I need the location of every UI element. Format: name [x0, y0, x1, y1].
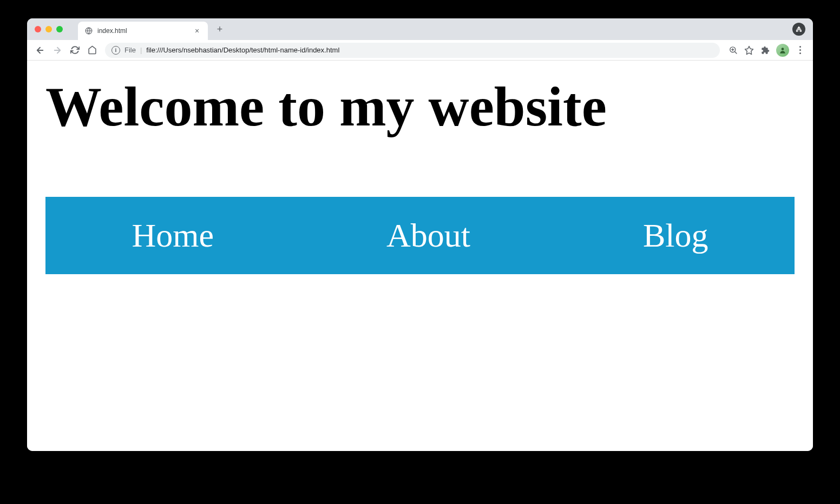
maximize-window-button[interactable] — [56, 26, 63, 32]
new-tab-button[interactable]: + — [212, 22, 227, 37]
profile-avatar[interactable] — [776, 44, 789, 57]
globe-icon — [84, 26, 93, 35]
nav-link-blog[interactable]: Blog — [643, 216, 708, 255]
menu-button[interactable] — [792, 43, 808, 58]
svg-point-2 — [782, 48, 784, 50]
tab-title: index.html — [97, 27, 188, 35]
incognito-icon[interactable] — [792, 23, 805, 36]
zoom-icon[interactable] — [725, 43, 740, 58]
page-content: Welcome to my website Home About Blog — [27, 61, 813, 451]
window-controls — [35, 26, 63, 32]
close-tab-button[interactable]: × — [193, 26, 201, 35]
address-path: file:///Users/nsebhastian/Desktop/test/h… — [146, 46, 339, 54]
nav-link-about[interactable]: About — [386, 216, 470, 255]
browser-tab[interactable]: index.html × — [78, 22, 208, 40]
address-scheme: File — [124, 46, 136, 54]
reload-button[interactable] — [67, 43, 82, 58]
bookmark-star-icon[interactable] — [741, 43, 757, 58]
home-button[interactable] — [84, 43, 100, 58]
info-icon[interactable]: i — [111, 46, 120, 55]
forward-button[interactable] — [50, 43, 65, 58]
extensions-icon[interactable] — [758, 43, 773, 58]
address-divider: | — [140, 46, 142, 54]
browser-toolbar: i File | file:///Users/nsebhastian/Deskt… — [27, 40, 813, 61]
address-bar[interactable]: i File | file:///Users/nsebhastian/Deskt… — [105, 43, 720, 58]
back-button[interactable] — [32, 43, 48, 58]
nav-bar: Home About Blog — [45, 197, 795, 274]
tab-bar: index.html × + — [27, 18, 813, 40]
close-window-button[interactable] — [35, 26, 41, 32]
page-heading: Welcome to my website — [45, 76, 795, 137]
browser-window: index.html × + i File | file:///Users/ns… — [27, 18, 813, 451]
toolbar-right — [725, 43, 808, 58]
nav-link-home[interactable]: Home — [132, 216, 214, 255]
minimize-window-button[interactable] — [45, 26, 52, 32]
